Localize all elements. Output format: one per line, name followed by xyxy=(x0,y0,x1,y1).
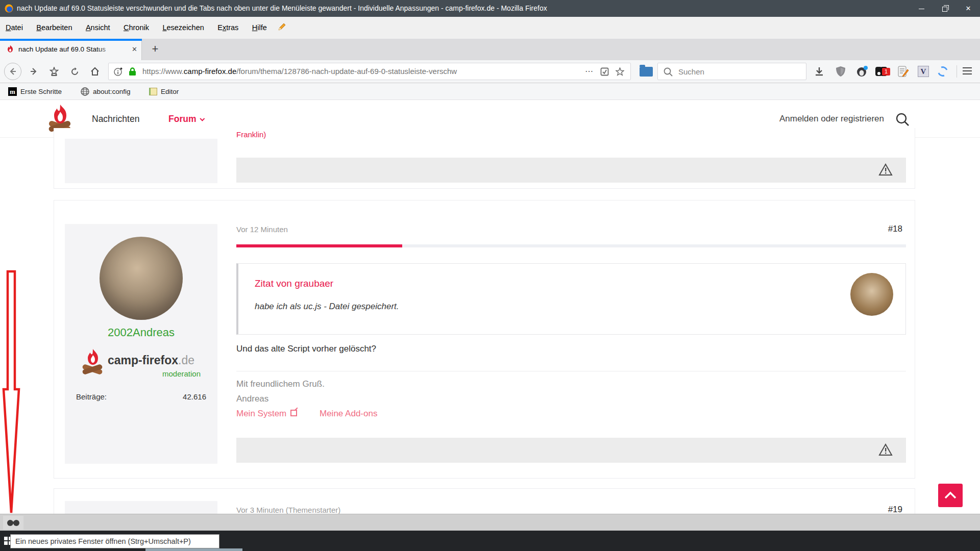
window-title: nach Update auf 69.0 Statusleiste versch… xyxy=(17,0,547,17)
tab-bar: nach Update auf 69.0 Status ✕ + xyxy=(0,39,980,60)
forward-button[interactable] xyxy=(24,60,43,83)
menu-bearbeiten[interactable]: Bearbeiten xyxy=(31,17,78,39)
report-warning-icon[interactable] xyxy=(878,163,893,177)
privacy-badger-icon[interactable] xyxy=(853,60,871,83)
menu-hamburger-icon[interactable] xyxy=(963,67,972,74)
menu-ansicht[interactable]: Ansicht xyxy=(80,17,116,39)
menu-hilfe[interactable]: Hilfe xyxy=(247,17,273,39)
post-17-text-fragment[interactable]: Franklin) xyxy=(236,130,266,139)
tab-close-icon[interactable]: ✕ xyxy=(132,39,137,60)
page-actions-icon[interactable]: ⋯ xyxy=(585,63,594,80)
author-avatar[interactable] xyxy=(100,237,183,320)
page-content: Nachrichten Forum Anmelden oder registri… xyxy=(0,100,980,514)
link-mein-system[interactable]: Mein System xyxy=(236,409,297,419)
link-meine-addons[interactable]: Meine Add-ons xyxy=(320,409,377,419)
menu-datei[interactable]: Datei xyxy=(0,17,29,39)
back-button[interactable] xyxy=(3,60,22,83)
firefox-app-icon xyxy=(5,4,13,15)
external-link-icon xyxy=(290,410,297,416)
scroll-to-top-button[interactable] xyxy=(938,484,963,507)
bookmark-editor[interactable]: Editor xyxy=(149,83,179,99)
bookmark-folder-icon[interactable] xyxy=(640,67,653,77)
page-action-box-icon[interactable] xyxy=(600,67,609,78)
post-17-author-box xyxy=(65,139,217,183)
mask-icon xyxy=(7,519,20,527)
v-extension-icon[interactable]: V xyxy=(915,60,932,83)
reload-button[interactable] xyxy=(65,60,84,83)
bookmark-star-icon[interactable] xyxy=(616,67,624,78)
search-bar[interactable] xyxy=(657,63,806,80)
post-18-number[interactable]: #18 xyxy=(888,224,902,234)
restore-button[interactable] xyxy=(933,0,957,17)
quote-text: habe ich als uc.js - Datei gespeichert. xyxy=(255,302,399,312)
window-titlebar: nach Update auf 69.0 Statusleiste versch… xyxy=(0,0,980,17)
signature-line-1: Mit freundlichem Gruß. xyxy=(236,379,325,389)
tab-favicon-flame-icon xyxy=(6,45,14,55)
userscript-icon[interactable] xyxy=(894,60,912,83)
chevron-down-icon xyxy=(200,116,205,121)
post-18-card: 2002Andreas camp-firefox.de moderation B… xyxy=(54,200,915,479)
ublock-shield-icon[interactable] xyxy=(832,60,849,83)
post-18-divider-bar xyxy=(236,244,906,247)
site-info-icon[interactable] xyxy=(114,67,122,78)
notepad-icon xyxy=(149,88,157,95)
mozilla-m-icon: m xyxy=(8,87,17,96)
post-17-footer xyxy=(236,158,906,183)
downloads-icon[interactable] xyxy=(811,60,828,83)
new-tab-button[interactable]: + xyxy=(146,39,164,60)
home-button[interactable] xyxy=(86,60,104,83)
bookmarks-menu-icon[interactable] xyxy=(45,60,63,83)
post-18-footer xyxy=(236,438,906,463)
quote-box: Zitat von graubaer habe ich als uc.js - … xyxy=(236,263,906,335)
search-input[interactable] xyxy=(678,64,801,79)
author-role: moderation xyxy=(108,369,201,378)
signature-line-2: Andreas xyxy=(236,394,268,404)
search-icon xyxy=(664,67,673,77)
notes-pencil-icon[interactable] xyxy=(278,23,286,33)
url-text: https://www.camp-firefox.de/forum/thema/… xyxy=(142,63,541,80)
bookmarks-toolbar: m Erste Schritte about:config Editor xyxy=(0,83,980,100)
url-bar[interactable]: https://www.camp-firefox.de/forum/thema/… xyxy=(108,63,631,80)
posts-value: 42.616 xyxy=(183,392,206,401)
post-19-author-box xyxy=(65,501,217,514)
https-lock-icon[interactable] xyxy=(128,67,137,78)
minimize-button[interactable] xyxy=(910,0,933,17)
status-bar-mask-button[interactable] xyxy=(3,516,23,530)
taskbar-highlight-strip xyxy=(145,548,242,551)
post-19-number[interactable]: #19 xyxy=(888,505,902,514)
sync-refresh-icon[interactable] xyxy=(934,60,951,83)
extension-badge-count: 1 xyxy=(882,68,890,76)
camp-firefox-badge-flame-icon xyxy=(82,348,106,380)
close-button[interactable]: ✕ xyxy=(957,0,980,17)
post-18-time[interactable]: Vor 12 Minuten xyxy=(236,225,288,234)
post-18-body: Und das alte Script vorher gelöscht? xyxy=(236,344,376,354)
menu-lesezeichen[interactable]: Lesezeichen xyxy=(157,17,209,39)
taskbar-tooltip: Ein neues privates Fenster öffnen (Strg+… xyxy=(10,534,219,548)
bookmark-erste-schritte[interactable]: m Erste Schritte xyxy=(8,83,62,99)
browser-status-bar xyxy=(0,514,980,531)
post-18-author-box: 2002Andreas camp-firefox.de moderation B… xyxy=(65,224,217,464)
tab-active[interactable]: nach Update auf 69.0 Status ✕ xyxy=(0,39,142,60)
posts-label: Beiträge: xyxy=(76,392,107,401)
author-username[interactable]: 2002Andreas xyxy=(65,326,217,339)
menu-bar: Datei Bearbeiten Ansicht Chronik Lesezei… xyxy=(0,17,980,39)
globe-icon xyxy=(81,87,89,96)
forum-search-icon[interactable] xyxy=(895,112,910,129)
post-19-time[interactable]: Vor 3 Minuten (Themenstarter) xyxy=(236,506,340,514)
menu-extras[interactable]: Extras xyxy=(212,17,244,39)
report-warning-icon[interactable] xyxy=(878,443,893,457)
quote-title-link[interactable]: Zitat von graubaer xyxy=(255,278,333,289)
post-19-card: Vor 3 Minuten (Themenstarter) #19 xyxy=(54,488,915,514)
annotation-arrow xyxy=(0,265,24,514)
author-brand: camp-firefox.de xyxy=(108,354,194,367)
navigation-toolbar: https://www.camp-firefox.de/forum/thema/… xyxy=(0,60,980,83)
chevron-up-icon xyxy=(944,491,957,499)
bookmark-about-config[interactable]: about:config xyxy=(81,83,131,99)
quoted-user-avatar[interactable] xyxy=(850,273,893,316)
menu-chronik[interactable]: Chronik xyxy=(118,17,155,39)
post-17-card: Franklin) xyxy=(54,128,915,189)
extension-badged-icon[interactable]: 1 xyxy=(873,60,890,83)
